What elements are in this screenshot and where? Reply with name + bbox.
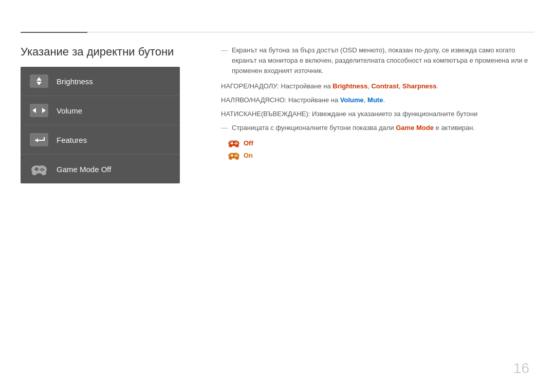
svg-point-32 [235,154,236,155]
quick-access-menu: Brightness Volume Features [21,67,180,183]
svg-point-22 [235,142,236,143]
svg-point-24 [235,143,236,144]
svg-point-27 [235,144,239,147]
volume-label: Volume [57,106,82,115]
brightness-label: Brightness [57,77,93,86]
svg-point-37 [235,157,239,160]
note1-dash: — [221,45,228,55]
game-off-label: Off [244,139,253,147]
description-area: — Екранът на бутона за бърз достъп (OSD … [221,45,529,163]
svg-point-14 [42,170,43,172]
svg-point-23 [236,143,237,144]
svg-rect-31 [232,154,233,157]
note2-text: Страницата с функционалните бутони показ… [232,123,475,133]
updown-desc: НАГОРЕ/НАДОЛУ: Настройване на Brightness… [221,81,529,92]
note1-container: — Екранът на бутона за бърз достъп (OSD … [221,45,529,76]
svg-point-34 [235,156,236,157]
note2-dash: — [221,123,228,133]
page-number: 16 [513,360,529,377]
svg-point-17 [41,171,46,175]
game-mode-icons: Off On [227,138,529,161]
leftright-label: НАЛЯВО/НАДЯСНО: Настройване на [221,96,340,104]
features-icon [30,133,48,147]
note1-text: Екранът на бутона за бърз достъп (OSD ме… [232,45,529,76]
menu-item-features: Features [21,125,180,155]
gamepad-icon [30,162,48,176]
svg-rect-0 [30,74,48,88]
page-title: Указание за директни бутони [21,45,174,59]
game-on-label: On [244,152,253,159]
comma3: , [364,96,367,104]
gamepad-off-icon [227,138,240,148]
features-label: Features [57,136,87,144]
svg-point-33 [236,155,237,156]
volume-icon [30,103,48,118]
top-divider [21,32,534,32]
svg-point-15 [40,169,42,171]
press-label: НАТИСКАНЕ(ВЪВЕЖДАНЕ): Извеждане на указа… [221,110,477,118]
top-accent-line [21,32,87,33]
svg-rect-21 [232,141,233,144]
note2-container: — Страницата с функционалните бутони пок… [221,123,529,133]
period1: . [437,82,439,90]
svg-point-36 [229,157,232,160]
svg-point-16 [32,171,37,175]
svg-rect-11 [36,167,38,171]
gamemode-label: Game Mode Off [57,165,111,174]
volume-highlight: Volume [340,96,364,104]
brightness-highlight: Brightness [332,82,367,90]
mute-highlight: Mute [367,96,383,104]
menu-item-brightness: Brightness [21,67,180,96]
menu-item-volume: Volume [21,96,180,125]
sharpness-highlight: Sharpness [402,82,436,90]
updown-label: НАГОРЕ/НАДОЛУ: Настройване на [221,82,332,90]
menu-item-gamemode: Game Mode Off [21,155,180,183]
brightness-icon [30,74,48,88]
comma2: , [399,82,402,90]
svg-point-12 [42,168,43,170]
svg-point-26 [229,144,232,147]
game-mode-on-row: On [227,151,529,161]
gamemode-highlight: Game Mode [396,124,434,132]
svg-point-25 [234,143,235,144]
svg-point-35 [234,155,235,156]
game-mode-off-row: Off [227,138,529,148]
leftright-desc: НАЛЯВО/НАДЯСНО: Настройване на Volume, M… [221,95,529,106]
contrast-highlight: Contrast [371,82,398,90]
svg-point-13 [43,169,45,171]
period2: . [383,96,385,104]
press-desc: НАТИСКАНЕ(ВЪВЕЖДАНЕ): Извеждане на указа… [221,109,529,120]
gamepad-on-icon [227,151,240,161]
